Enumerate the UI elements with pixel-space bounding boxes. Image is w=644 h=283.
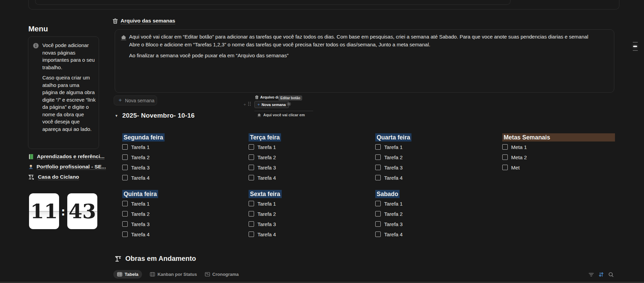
tab-label: Tabela <box>125 272 138 277</box>
flip-clock-minutes: 43 <box>67 193 97 229</box>
obras-section-title: Obras em Andamento <box>115 255 196 263</box>
new-week-button[interactable]: + Nova semana <box>114 95 157 105</box>
checkbox[interactable] <box>375 144 381 150</box>
day-header: Quarta feira <box>375 133 411 142</box>
checkbox[interactable] <box>122 175 128 180</box>
todo-item: Tarefa 1 <box>122 142 235 152</box>
todo-item: Tarefa 2 <box>375 152 488 162</box>
house-icon <box>121 35 127 41</box>
flip-clock-colon: : <box>61 193 65 229</box>
sidebar-link-label: Portfolio profissional - SE... <box>37 164 106 170</box>
todo-item: Tarefa 2 <box>249 152 361 162</box>
database-controls <box>588 271 614 278</box>
day-header: Terça feira <box>249 133 281 142</box>
day-header: Segunda feira <box>122 133 165 142</box>
callout-line-1: Aqui você vai clicar em “Editar botão” p… <box>129 33 607 41</box>
day-column-terca: Terça feira Tarefa 1 Tarefa 2 Tarefa 3 T… <box>249 133 361 183</box>
checkbox[interactable] <box>122 221 128 227</box>
day-header: Sexta feira <box>249 190 282 198</box>
mini-new-week-button: + Nova semana <box>254 101 289 108</box>
outline-indicator[interactable] <box>632 42 638 51</box>
todo-item: Tarefa 3 <box>122 219 235 229</box>
flip-clock-hours: 11 <box>29 193 59 229</box>
green-book-icon <box>28 154 34 160</box>
tab-kanban[interactable]: Kanban por Status <box>150 272 197 277</box>
crane-icon <box>115 255 122 263</box>
archive-weeks-link[interactable]: Arquivo das semanas <box>113 18 175 24</box>
week-toggle[interactable]: ▼ 2025- Novembro- 10-16 <box>115 112 195 119</box>
todo-item: Tarefa 3 <box>375 162 488 173</box>
todo-item: Tarefa 2 <box>375 209 488 219</box>
timeline-icon <box>205 272 210 277</box>
todo-item: Tarefa 3 <box>249 162 361 173</box>
sidebar-link-label: Casa do Ciclano <box>38 174 79 180</box>
tab-label: Kanban por Status <box>157 272 197 277</box>
todo-item: Tarefa 4 <box>122 173 235 183</box>
trash-icon <box>113 18 118 24</box>
checkbox[interactable] <box>122 201 128 206</box>
day-header: Quinta feira <box>122 190 158 198</box>
checkbox[interactable] <box>375 154 381 160</box>
sidebar-link-label: Aprendizados e referênci... <box>37 153 104 160</box>
metas-header: Metas Semanais <box>502 133 615 142</box>
tab-cronograma[interactable]: Cronograma <box>205 272 239 277</box>
checkbox[interactable] <box>249 221 254 227</box>
checkbox[interactable] <box>122 144 128 150</box>
day-header: Sabado <box>375 190 400 198</box>
todo-item: Tarefa 4 <box>249 229 361 239</box>
todo-item: Tarefa 1 <box>122 198 235 209</box>
checkbox[interactable] <box>375 232 381 237</box>
mini-callout-text: Aqui você vai clicar em <box>263 113 305 117</box>
checkbox[interactable] <box>249 175 254 180</box>
tab-tabela[interactable]: Tabela <box>113 270 142 279</box>
checkbox[interactable] <box>249 211 254 217</box>
checkbox[interactable] <box>249 154 254 160</box>
todo-item: Tarefa 4 <box>375 229 488 239</box>
checkbox[interactable] <box>502 154 508 160</box>
search-icon[interactable] <box>608 271 614 278</box>
embedded-screenshot[interactable]: + Arquivo das Editar botão + Nova semana… <box>242 94 314 120</box>
checkbox[interactable] <box>122 154 128 160</box>
todo-item: Tarefa 1 <box>249 198 361 209</box>
checkbox[interactable] <box>249 165 254 170</box>
checkbox[interactable] <box>375 221 381 227</box>
todo-item: Meta 2 <box>502 152 615 162</box>
checkbox[interactable] <box>502 144 508 150</box>
obras-title-label: Obras em Andamento <box>125 255 196 263</box>
checkbox[interactable] <box>122 211 128 217</box>
week-toggle-label: 2025- Novembro- 10-16 <box>122 112 195 119</box>
sidebar-link-portfolio[interactable]: Portfolio profissional - SE... <box>28 162 106 172</box>
day-column-segunda: Segunda feira Tarefa 1 Tarefa 2 Tarefa 3… <box>122 133 235 183</box>
sidebar-link-casa[interactable]: Casa do Ciclano <box>28 172 106 182</box>
drag-handle-icon <box>248 102 251 106</box>
day-column-sabado: Sabado Tarefa 1 Tarefa 2 Tarefa 3 Tarefa… <box>375 190 488 239</box>
checkbox[interactable] <box>249 144 254 150</box>
toggle-triangle-icon: ▼ <box>115 114 118 118</box>
sidebar-callout: Você pode adicionar novas páginas import… <box>28 36 99 149</box>
checkbox[interactable] <box>502 165 508 170</box>
checkbox[interactable] <box>375 211 381 217</box>
todo-item: Tarefa 3 <box>375 219 488 229</box>
day-column-sexta: Sexta feira Tarefa 1 Tarefa 2 Tarefa 3 T… <box>249 190 361 239</box>
checkbox[interactable] <box>122 165 128 170</box>
checkbox[interactable] <box>375 175 381 180</box>
sidebar-callout-text-2: Caso queira criar um atalho para uma pág… <box>42 74 96 133</box>
menu-title: Menu <box>28 25 48 33</box>
trash-icon <box>255 95 258 99</box>
checkbox[interactable] <box>375 201 381 206</box>
sort-icon[interactable] <box>598 271 604 278</box>
day-column-quarta: Quarta feira Tarefa 1 Tarefa 2 Tarefa 3 … <box>375 133 488 183</box>
todo-item: Tarefa 1 <box>375 142 488 152</box>
checkbox[interactable] <box>122 232 128 237</box>
filter-icon[interactable] <box>588 271 594 278</box>
todo-item: Meta 1 <box>502 142 615 152</box>
todo-item: Met <box>502 162 615 173</box>
checkbox[interactable] <box>375 165 381 170</box>
new-week-button-label: Nova semana <box>125 98 154 103</box>
checkbox[interactable] <box>249 201 254 206</box>
house-icon <box>257 113 261 117</box>
checkbox[interactable] <box>249 232 254 237</box>
sidebar-link-aprendizados[interactable]: Aprendizados e referênci... <box>28 151 106 162</box>
todo-item: Tarefa 1 <box>249 142 361 152</box>
todo-item: Tarefa 2 <box>122 152 235 162</box>
